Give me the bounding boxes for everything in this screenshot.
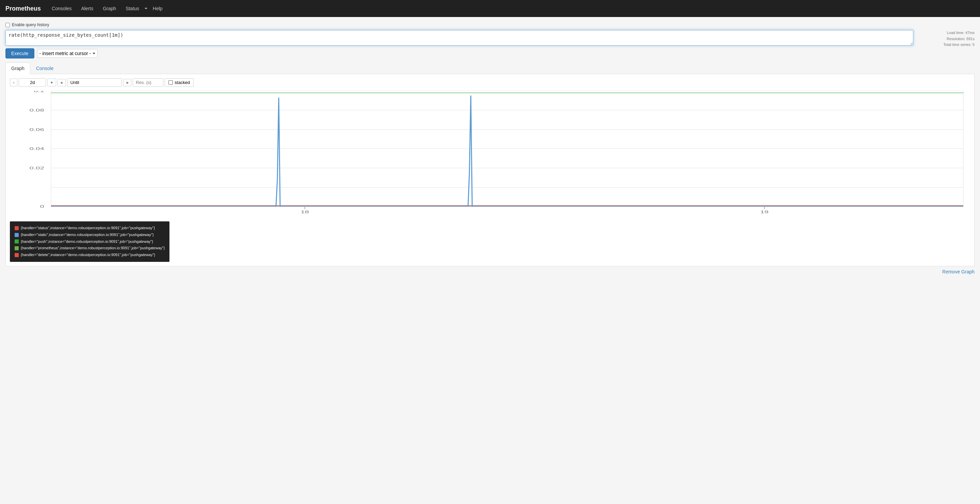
- legend-color-0: [14, 226, 19, 230]
- chart-legend: {handler="status",instance="demo.robustp…: [10, 221, 169, 262]
- remove-graph-row: Remove Graph: [5, 266, 975, 276]
- legend-item-1: {handler="static",instance="demo.robustp…: [14, 231, 165, 238]
- legend-color-3: [14, 246, 19, 250]
- stacked-button[interactable]: stacked: [165, 78, 194, 87]
- svg-text:0.06: 0.06: [30, 128, 44, 132]
- range-minus-button[interactable]: -: [10, 79, 18, 86]
- time-back-button[interactable]: «: [57, 79, 66, 86]
- legend-item-4: {handler="delete",instance="demo.robustp…: [14, 252, 165, 258]
- main-content: Enable query history rate(http_response_…: [0, 17, 980, 281]
- svg-text:0.02: 0.02: [30, 166, 44, 170]
- metric-select-wrap[interactable]: - insert metric at cursor -: [37, 49, 98, 58]
- nav-graph[interactable]: Graph: [99, 4, 120, 13]
- resolution: Resolution: 691s: [943, 36, 975, 42]
- load-time: Load time: 47ms: [943, 30, 975, 36]
- legend-label-1: {handler="static",instance="demo.robustp…: [21, 231, 154, 238]
- tab-graph[interactable]: Graph: [5, 63, 30, 74]
- resolution-input[interactable]: [133, 78, 163, 87]
- legend-item-0: {handler="status",instance="demo.robustp…: [14, 225, 165, 231]
- query-input[interactable]: rate(http_response_size_bytes_count[1m]): [5, 30, 913, 46]
- svg-text:18: 18: [301, 210, 309, 214]
- navbar: Prometheus Consoles Alerts Graph Status …: [0, 0, 980, 17]
- navbar-brand[interactable]: Prometheus: [5, 5, 41, 12]
- total-series: Total time series: 5: [943, 42, 975, 48]
- nav-status[interactable]: Status: [121, 4, 143, 13]
- time-forward-button[interactable]: »: [123, 79, 132, 86]
- query-row: rate(http_response_size_bytes_count[1m])…: [5, 30, 975, 46]
- tabs-row: Graph Console: [5, 63, 975, 74]
- nav-help[interactable]: Help: [149, 4, 167, 13]
- metric-select[interactable]: - insert metric at cursor -: [40, 51, 91, 56]
- execute-button[interactable]: Execute: [5, 48, 34, 59]
- graph-panel: - + « » stacked: [5, 74, 975, 266]
- query-history-checkbox[interactable]: [5, 23, 10, 27]
- legend-color-2: [14, 239, 19, 244]
- svg-text:0.08: 0.08: [30, 108, 44, 113]
- legend-label-4: {handler="delete",instance="demo.robustp…: [21, 252, 155, 258]
- chart-svg: 0.1 0.08 0.06 0.04 0.02 0 18: [10, 91, 970, 220]
- svg-text:0: 0: [40, 204, 44, 209]
- legend-color-4: [14, 253, 19, 257]
- svg-text:0.04: 0.04: [30, 147, 44, 151]
- range-plus-button[interactable]: +: [47, 79, 56, 86]
- tab-console[interactable]: Console: [30, 63, 59, 74]
- status-caret-icon: [145, 8, 147, 9]
- execute-row: Execute - insert metric at cursor -: [5, 48, 975, 59]
- remove-graph-link[interactable]: Remove Graph: [942, 269, 975, 274]
- legend-item-2: {handler="push",instance="demo.robustper…: [14, 238, 165, 245]
- chart-container: 0.1 0.08 0.06 0.04 0.02 0 18: [10, 91, 970, 220]
- svg-text:19: 19: [760, 210, 769, 214]
- legend-label-0: {handler="status",instance="demo.robustp…: [21, 225, 155, 231]
- legend-item-3: {handler="prometheus",instance="demo.rob…: [14, 245, 165, 252]
- svg-text:0.1: 0.1: [34, 91, 44, 93]
- nav-consoles[interactable]: Consoles: [48, 4, 76, 13]
- graph-controls: - + « » stacked: [10, 78, 970, 87]
- legend-color-1: [14, 233, 19, 237]
- nav-alerts[interactable]: Alerts: [77, 4, 97, 13]
- select-caret-icon: [92, 53, 95, 54]
- query-history-row: Enable query history: [5, 22, 975, 27]
- range-input[interactable]: [19, 78, 46, 87]
- query-history-label[interactable]: Enable query history: [12, 22, 49, 27]
- legend-label-3: {handler="prometheus",instance="demo.rob…: [21, 245, 165, 252]
- navbar-nav: Consoles Alerts Graph Status Help: [48, 4, 167, 13]
- stacked-label: stacked: [175, 80, 190, 85]
- legend-label-2: {handler="push",instance="demo.robustper…: [21, 238, 153, 245]
- load-info: Load time: 47ms Resolution: 691s Total t…: [943, 30, 975, 48]
- end-time-input[interactable]: [67, 78, 122, 87]
- stacked-icon: [169, 80, 173, 85]
